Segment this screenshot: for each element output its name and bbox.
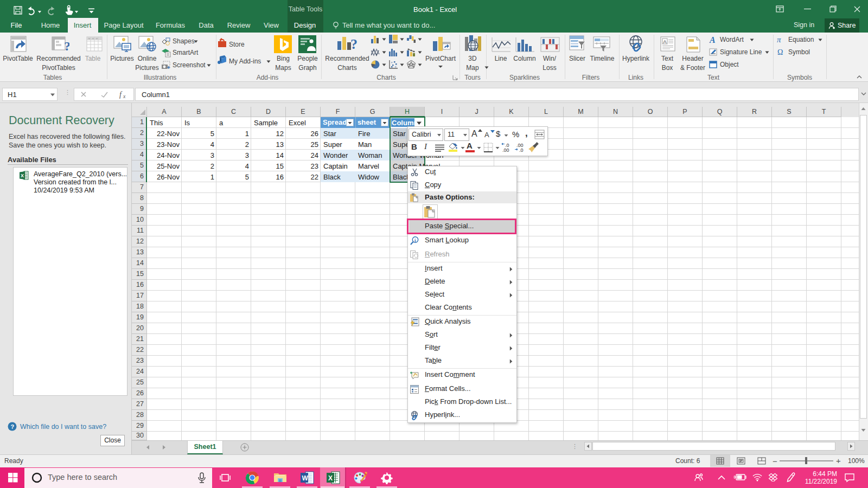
- svg-text:.00: .00: [502, 147, 509, 153]
- svg-text:?: ?: [350, 36, 358, 52]
- svg-text:W: W: [302, 474, 309, 482]
- svg-text:i: i: [414, 237, 416, 243]
- svg-text:π: π: [777, 35, 781, 44]
- svg-text:X: X: [328, 474, 333, 482]
- svg-text:Ω: Ω: [777, 48, 783, 56]
- svg-text:x: x: [123, 93, 126, 99]
- svg-text:.0: .0: [519, 147, 524, 153]
- svg-text:X: X: [21, 173, 24, 178]
- svg-text:A: A: [709, 35, 716, 44]
- svg-text:?: ?: [64, 39, 69, 53]
- svg-text:f: f: [119, 91, 123, 99]
- svg-text:?: ?: [11, 423, 15, 430]
- svg-text:A: A: [663, 39, 667, 44]
